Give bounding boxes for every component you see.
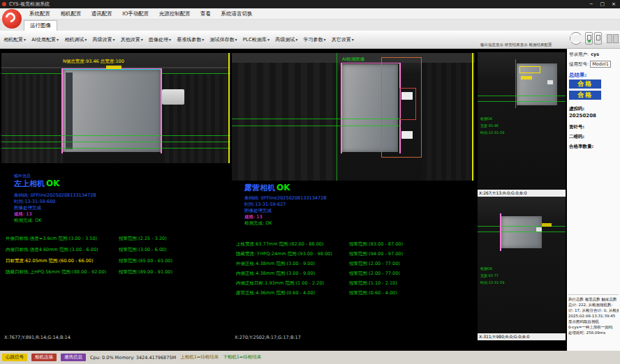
measure-line-green [478, 101, 566, 102]
measurement-alarm: 报警范围:(3.00 - 6.00) [119, 247, 167, 253]
result-badge: 合格 [569, 91, 601, 100]
measurement-alarm: 报警范围:(89.00 - 91.00) [119, 269, 172, 275]
chevron-down-icon: ▾ [323, 37, 325, 42]
menu-camera-config[interactable]: 相机配置 [56, 8, 85, 20]
measure-line-green [478, 232, 566, 232]
preview-camera-top[interactable]: 检测OK 宽度:93.46 时间:13-31-59 [478, 52, 566, 190]
preview-text: 宽度:63.77 [480, 273, 499, 278]
upper-camera-status: 上相机1=待检结果 [180, 354, 219, 361]
measure-line-green [1, 148, 230, 149]
preview-text: 时间:13-31-59 [480, 280, 504, 285]
model-row: 使用型号:Model1 [569, 61, 618, 68]
tab-strip: 运行图像 [0, 20, 620, 31]
measurement-alarm: 报警范围:(65.00 - 65.00) [119, 258, 172, 264]
bright-spot [401, 131, 413, 139]
chevron-down-icon: ▾ [267, 37, 270, 42]
measurement-name: 内侧正枝目标:1.93mm 范围:(1.00 - 2.20) [236, 280, 348, 287]
overlay-measure-label: N侧总宽度:93.46 总宽度:100 [63, 59, 124, 65]
toolbar-label: 基准线参数 [177, 37, 201, 43]
preview-text: 检测OK [480, 266, 492, 271]
measurement-alarm: 报警范围:(94.00 - 97.00) [349, 251, 403, 257]
measurement-row: 目标宽度:62.05mm 范围:(60.00 - 66.00) 报警范围:(65… [6, 258, 229, 264]
measurement-alarm: 报警范围:(83.00 - 87.00) [349, 241, 403, 248]
measure-line-green [232, 126, 401, 126]
toolbar-camera-config[interactable]: 相机配置▾ [1, 31, 28, 49]
camera-result-title: 左上相机OK [14, 179, 60, 189]
pause-button[interactable] [570, 32, 582, 45]
info-header: 输出信息显示 研究结果显示 检测结果配置 [480, 43, 567, 47]
marker-yellow [542, 223, 552, 227]
guide-line-cyan [63, 69, 161, 70]
menu-io-manual-config[interactable]: IO手动配置 [118, 8, 153, 20]
chevron-down-icon: ▾ [169, 37, 171, 42]
measurement-row: 上枝宽度:63.77mm 范围:(82.00 - 88.00) 报警范围:(83… [236, 241, 459, 248]
tool-button-2[interactable] [613, 34, 619, 43]
toolbar-camera-debug[interactable]: 相机调试▾ [62, 31, 89, 49]
measure-line-green [232, 119, 401, 119]
stats-line: 总计: 222, 从检测相机数: [568, 302, 619, 308]
camera-b-button[interactable] [594, 32, 602, 45]
model-label: 使用型号: [569, 61, 589, 67]
minimize-button[interactable]: ─ [586, 0, 596, 8]
toolbar-learn-params[interactable]: 学习参数▾ [301, 31, 327, 49]
toolbar-advanced-settings[interactable]: 高级设置▾ [91, 31, 117, 49]
toolbar-misc-settings[interactable]: 其它设置▾ [330, 31, 356, 49]
part-block [63, 70, 161, 152]
menu-light-control-config[interactable]: 光源控制配置 [155, 8, 195, 20]
stats-line: 0-cys=一种上加权一固码 [568, 324, 619, 330]
close-button[interactable]: × [609, 0, 619, 8]
camera-status-badge: 相机连接 [31, 354, 57, 361]
detect-status: 检测完成: OK [14, 218, 42, 224]
toolbar-label: 图像处理 [149, 37, 168, 43]
toolbar-label: 学习参数 [303, 37, 323, 43]
menu-comm-config[interactable]: 通讯配置 [87, 8, 117, 20]
needle-label: 套针号: [569, 124, 584, 130]
logo-swirl-icon [3, 10, 17, 24]
roi-line-magenta [161, 68, 162, 153]
model-select[interactable]: Model1 [590, 61, 611, 68]
machine-texture [1, 74, 63, 163]
preview-camera-bottom[interactable]: 检测OK 宽度:63.77 时间:13-31-59 [478, 197, 566, 333]
menu-bar: 系统配置 相机配置 通讯配置 IO手动配置 光源控制配置 查看 系统语言切换 [0, 8, 620, 20]
measurement-row: 外侧目标线:强度=3.9cm 范围:(3.00 - 3.50) 报警范围:(2.… [6, 236, 229, 242]
toolbar-ai-config[interactable]: AI使用配置▾ [29, 31, 61, 49]
camera-a-button[interactable] [585, 32, 593, 45]
toolbar-image-process[interactable]: 图像处理▾ [147, 31, 173, 49]
measure-line-green [478, 96, 566, 96]
camera-icon [596, 35, 600, 40]
barcode-readout: 条码码: 0FFline2025020813313472B [14, 192, 96, 199]
toolbar-advanced-test[interactable]: 高级测试▾ [273, 31, 300, 49]
part-groove [66, 73, 73, 149]
spec-readout: 规格: 13 [14, 211, 32, 218]
result-badge: 合格 [569, 79, 601, 89]
toolbar-label: PLC检测库 [243, 37, 267, 43]
right-camera-image[interactable]: AI检测图像 [232, 53, 475, 181]
tool-button-1[interactable] [607, 34, 612, 43]
measurement-row: 内侧正枝目标:1.93mm 范围:(1.00 - 2.20) 报警范围:(1.1… [236, 280, 459, 287]
heartbeat-badge: 心跳信号 [2, 354, 27, 361]
preview-text: 宽度:93.46 [480, 123, 499, 128]
roi-rect-yellow [519, 66, 540, 73]
menu-system-config[interactable]: 系统配置 [25, 8, 54, 20]
stats-line: 2025:02:08-13:31:39:45 [568, 313, 619, 319]
toolbar-test-save[interactable]: 测试保存数▾ [208, 31, 239, 49]
pixel-readout: X:270;Y:2502;R:17;G:17;B:17 [235, 335, 301, 340]
toolbar-plc-library[interactable]: PLC检测库▾ [241, 31, 272, 49]
stats-line: 处理耗时: 258.09ms [568, 330, 619, 335]
tab-run-image[interactable]: 运行图像 [24, 20, 57, 31]
stats-line: 计: 17, 从检分合计: 0, 从检测相机数 [568, 308, 619, 313]
roi-line-magenta [500, 213, 501, 251]
menu-view[interactable]: 查看 [196, 8, 215, 20]
menu-language-switch[interactable]: 系统语言切换 [216, 8, 256, 20]
toolbar-other-settings[interactable]: 其他设置▾ [119, 31, 145, 49]
bright-spot [401, 92, 413, 100]
ai-image-label: AI检测图像 [342, 56, 364, 63]
measure-line-green [1, 142, 230, 142]
machine-texture [422, 63, 475, 181]
bright-spot [547, 80, 553, 84]
stats-block: 执行总数 视觉总数 触发总数 总计: 222, 从检测相机数: 计: 17, 从… [568, 294, 619, 335]
left-camera-image[interactable]: N侧总宽度:93.46 总宽度:100 [1, 53, 230, 163]
maximize-button[interactable]: □ [598, 0, 607, 8]
toolbar-baseline-params[interactable]: 基准线参数▾ [175, 31, 206, 49]
measurement-alarm: 报警范围:(1.10 - 2.10) [349, 280, 397, 287]
